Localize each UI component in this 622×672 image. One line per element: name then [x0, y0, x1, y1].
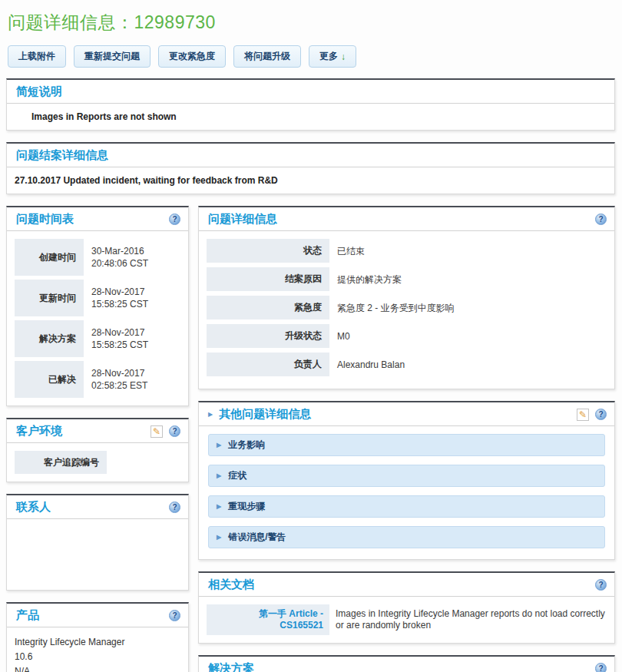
- detail-value: 提供的解决方案: [329, 267, 402, 291]
- detail-row-closure-reason: 结案原因 提供的解决方案: [207, 267, 607, 291]
- timeline-row-value: 28-Nov-2017 15:58:25 CST: [84, 320, 148, 357]
- customer-env-title: 客户环境: [16, 424, 62, 439]
- product-title: 产品: [16, 608, 39, 623]
- contacts-body: [7, 519, 188, 590]
- chevron-right-icon: ▶: [208, 411, 213, 418]
- detail-label: 升级状态: [207, 324, 329, 348]
- product-header: 产品 ?: [7, 604, 188, 627]
- contacts-panel: 联系人 ?: [6, 494, 189, 591]
- other-details-header[interactable]: ▶ 其他问题详细信息 ✎ ?: [199, 402, 614, 426]
- resolution-panel: 解决方案 ? 在 November-28-2017 上提供了解决方案。: [198, 655, 615, 672]
- timeline-panel: 问题时间表 ? 创建时间 30-Mar-2016 20:48:06 CST 更新…: [6, 206, 189, 406]
- more-button-label: 更多: [319, 50, 338, 63]
- timeline-row-updated: 更新时间 28-Nov-2017 15:58:25 CST: [15, 280, 180, 316]
- tracking-number-label: 客户追踪编号: [15, 451, 107, 474]
- timeline-row-resolved: 已解决 28-Nov-2017 02:58:25 EST: [15, 361, 180, 398]
- short-description-text: Images in Reports are not shown: [15, 111, 607, 122]
- other-details-title: 其他问题详细信息: [219, 407, 311, 422]
- other-details-body: ▶ 业务影响 ▶ 症状 ▶ 重现步骤 ▶ 错误消息/警告: [199, 426, 614, 559]
- two-column-layout: 问题时间表 ? 创建时间 30-Mar-2016 20:48:06 CST 更新…: [6, 206, 615, 672]
- collapsible-error-messages[interactable]: ▶ 错误消息/警告: [208, 526, 605, 548]
- timeline-row-label: 解决方案: [15, 320, 84, 357]
- collapsible-business-impact[interactable]: ▶ 业务影响: [208, 434, 605, 456]
- collapsible-symptoms[interactable]: ▶ 症状: [208, 465, 605, 487]
- product-panel: 产品 ? Integrity Lifecycle Manager 10.6 N/…: [6, 602, 189, 672]
- issue-number: 12989730: [134, 12, 216, 32]
- help-icon[interactable]: ?: [169, 610, 180, 621]
- short-description-title: 简短说明: [16, 84, 62, 99]
- timeline-row-value: 28-Nov-2017 02:58:25 EST: [84, 361, 147, 398]
- article-link-line2[interactable]: CS165521: [280, 620, 323, 631]
- right-column: 问题详细信息 ? 状态 已结束 结案原因 提供的解决方案 紧急度 紧急度 2 -…: [198, 206, 615, 672]
- chevron-right-icon: ▶: [217, 472, 221, 479]
- issue-details-body: 状态 已结束 结案原因 提供的解决方案 紧急度 紧急度 2 - 业务受到中度影响…: [199, 231, 614, 389]
- timeline-row-label: 已解决: [15, 361, 84, 398]
- closure-details-header: 问题结案详细信息: [7, 144, 614, 167]
- collapsible-label: 重现步骤: [228, 500, 265, 513]
- collapsible-label: 症状: [228, 469, 246, 482]
- detail-value: 已结束: [329, 239, 365, 263]
- detail-label: 结案原因: [207, 267, 329, 291]
- timeline-date: 28-Nov-2017: [91, 286, 148, 298]
- tracking-number-value: [107, 451, 114, 474]
- tracking-number-row: 客户追踪编号: [15, 451, 180, 474]
- edit-icon[interactable]: ✎: [151, 425, 163, 438]
- change-urgency-button[interactable]: 更改紧急度: [158, 45, 226, 68]
- timeline-date: 30-Mar-2016: [91, 245, 148, 257]
- detail-row-owner: 负责人 Alexandru Balan: [207, 353, 607, 376]
- collapsible-repro-steps[interactable]: ▶ 重现步骤: [208, 495, 605, 518]
- page-title: 问题详细信息：12989730: [8, 11, 615, 35]
- detail-value: 紧急度 2 - 业务受到中度影响: [329, 296, 455, 319]
- article-link[interactable]: 第一手 Article - CS165521: [207, 604, 329, 635]
- timeline-header: 问题时间表 ?: [7, 207, 188, 231]
- issue-details-header: 问题详细信息 ?: [199, 207, 614, 231]
- product-name: Integrity Lifecycle Manager: [15, 635, 180, 650]
- timeline-body: 创建时间 30-Mar-2016 20:48:06 CST 更新时间 28-No…: [7, 231, 188, 406]
- product-body: Integrity Lifecycle Manager 10.6 N/A Ite…: [7, 627, 188, 672]
- issue-details-panel: 问题详细信息 ? 状态 已结束 结案原因 提供的解决方案 紧急度 紧急度 2 -…: [198, 206, 615, 389]
- help-icon[interactable]: ?: [595, 214, 607, 225]
- edit-icon[interactable]: ✎: [577, 409, 589, 421]
- product-na: N/A: [15, 664, 180, 672]
- help-icon[interactable]: ?: [595, 579, 607, 591]
- issue-details-title: 问题详细信息: [208, 212, 277, 227]
- article-description: Images in Integrity Lifecycle Manager re…: [329, 604, 607, 635]
- contacts-header: 联系人 ?: [7, 495, 188, 519]
- detail-row-escalation: 升级状态 M0: [207, 324, 607, 348]
- closure-details-title: 问题结案详细信息: [16, 148, 108, 163]
- closure-details-text: 27.10.2017 Updated incident, waiting for…: [15, 175, 607, 186]
- detail-row-status: 状态 已结束: [207, 239, 607, 263]
- related-doc-row: 第一手 Article - CS165521 Images in Integri…: [207, 604, 607, 635]
- related-docs-header: 相关文档 ?: [199, 573, 614, 597]
- contacts-title: 联系人: [16, 500, 51, 515]
- help-icon[interactable]: ?: [595, 663, 607, 672]
- customer-env-body: 客户追踪编号: [7, 443, 188, 482]
- closure-details-body: 27.10.2017 Updated incident, waiting for…: [7, 167, 614, 194]
- timeline-row-label: 更新时间: [15, 280, 84, 316]
- help-icon[interactable]: ?: [169, 425, 180, 437]
- timeline-row-created: 创建时间 30-Mar-2016 20:48:06 CST: [15, 239, 180, 276]
- detail-label: 状态: [207, 239, 329, 263]
- timeline-row-value: 28-Nov-2017 15:58:25 CST: [84, 280, 148, 316]
- timeline-row-value: 30-Mar-2016 20:48:06 CST: [84, 239, 148, 276]
- upload-attachment-button[interactable]: 上载附件: [8, 45, 66, 68]
- short-description-panel: 简短说明 Images in Reports are not shown: [6, 78, 615, 131]
- detail-row-urgency: 紧急度 紧急度 2 - 业务受到中度影响: [207, 296, 607, 319]
- related-docs-panel: 相关文档 ? 第一手 Article - CS165521 Images in …: [198, 571, 615, 644]
- related-docs-body: 第一手 Article - CS165521 Images in Integri…: [199, 597, 614, 643]
- timeline-row-resolution: 解决方案 28-Nov-2017 15:58:25 CST: [15, 320, 180, 357]
- timeline-time: 15:58:25 CST: [91, 339, 148, 351]
- help-icon[interactable]: ?: [169, 502, 180, 513]
- product-version: 10.6: [15, 650, 180, 664]
- more-button[interactable]: 更多 ↓: [309, 45, 356, 68]
- timeline-time: 20:48:06 CST: [91, 257, 148, 270]
- short-description-header: 简短说明: [7, 80, 614, 104]
- escalate-issue-button[interactable]: 将问题升级: [233, 45, 301, 68]
- chevron-right-icon: ▶: [217, 503, 221, 510]
- chevron-right-icon: ▶: [217, 442, 221, 449]
- article-link-line1[interactable]: 第一手 Article -: [259, 608, 323, 619]
- help-icon[interactable]: ?: [595, 409, 607, 420]
- resubmit-issue-button[interactable]: 重新提交问题: [74, 45, 151, 68]
- help-icon[interactable]: ?: [169, 214, 180, 225]
- timeline-date: 28-Nov-2017: [91, 326, 148, 339]
